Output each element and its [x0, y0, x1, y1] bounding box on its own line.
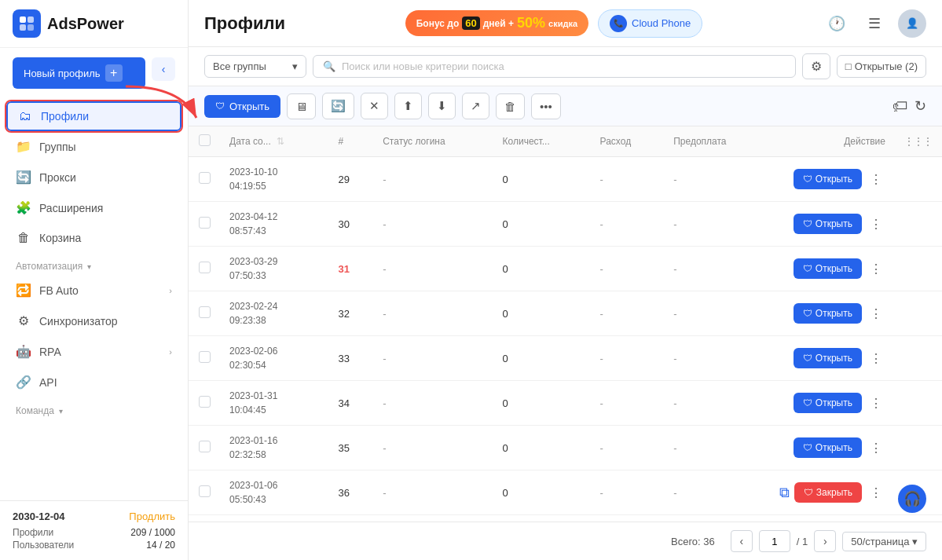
total-label: Всего: 36 [671, 536, 715, 547]
row-prepay: - [664, 247, 770, 291]
page-input[interactable] [759, 530, 790, 552]
row-quantity: 0 [493, 336, 591, 381]
search-box[interactable]: 🔍 Поиск или новые критерии поиска [313, 55, 796, 78]
logo-text: AdsPower [47, 15, 124, 33]
col-settings[interactable]: ⋮⋮⋮ [895, 126, 942, 157]
automation-section: Автоматизация ▾ [0, 253, 188, 275]
row-more-button[interactable]: ⋮ [867, 258, 885, 280]
sidebar-item-profiles[interactable]: 🗂 Профили [6, 101, 181, 131]
open-row-button[interactable]: 🛡 Открыть [794, 258, 862, 279]
row-login-status: - [373, 426, 493, 470]
row-checkbox[interactable] [199, 396, 211, 408]
rpa-label: RPA [39, 346, 61, 358]
group-select-label: Все группы [213, 60, 266, 72]
sidebar-item-fb-auto[interactable]: 🔁 FB Auto › [0, 275, 188, 306]
page-size-chevron: ▾ [912, 536, 918, 547]
sidebar-item-rpa[interactable]: 🤖 RPA › [0, 336, 188, 367]
open-primary-button[interactable]: 🛡 Открыть [204, 95, 280, 118]
upload-button[interactable]: ⬆ [394, 93, 422, 119]
row-checkbox[interactable] [199, 217, 211, 229]
row-more-button[interactable]: ⋮ [867, 482, 885, 503]
close-action-button[interactable]: ✕ [361, 93, 388, 119]
row-more-button[interactable]: ⋮ [867, 214, 885, 235]
page-size-button[interactable]: 50/страница ▾ [842, 532, 926, 551]
page-separator: / 1 [797, 536, 808, 547]
open-row-button[interactable]: 🛡 Открыть [794, 303, 862, 324]
select-all-checkbox[interactable] [199, 134, 211, 146]
proxy-label: Прокси [39, 171, 76, 184]
row-login-status: - [373, 381, 493, 426]
cloud-phone-button[interactable]: 📞 Cloud Phone [598, 9, 702, 38]
page-title: Профили [204, 13, 285, 34]
prev-page-button[interactable]: ‹ [731, 530, 753, 552]
sync-label: Синхронизатор [39, 315, 118, 328]
row-quantity: 0 [493, 247, 591, 291]
row-checkbox-cell [189, 247, 220, 291]
col-action: Действие [770, 126, 895, 157]
list-button[interactable]: ☰ [860, 9, 889, 38]
refresh-action-button[interactable]: 🔄 [322, 93, 354, 119]
open-row-button[interactable]: 🛡 Открыть [794, 348, 862, 368]
filter-button[interactable]: ⚙ [802, 53, 830, 79]
open-row-button[interactable]: 🛡 Открыть [794, 214, 862, 234]
promo-text-post: скидка [548, 19, 577, 28]
row-num-cell: 30 [329, 202, 374, 247]
profiles-stat-row: Профили 209 / 1000 [13, 527, 175, 538]
row-more-button[interactable]: ⋮ [867, 393, 885, 414]
users-stat-value: 14 / 20 [146, 540, 175, 551]
row-checkbox[interactable] [199, 351, 211, 363]
row-action-cell: 🛡 Открыть ⋮ [770, 291, 895, 336]
cloud-phone-icon: 📞 [610, 15, 627, 32]
screenshot-button[interactable]: 🖥 [287, 93, 316, 119]
sidebar-item-groups[interactable]: 📁 Группы [0, 131, 188, 162]
row-checkbox[interactable] [199, 306, 211, 318]
support-button[interactable]: 🎧 [898, 485, 926, 513]
row-checkbox[interactable] [199, 172, 211, 184]
next-page-button[interactable]: › [814, 530, 836, 552]
sidebar-item-sync[interactable]: ⚙ Синхронизатор [0, 306, 188, 336]
pagination: Всего: 36 ‹ / 1 › 50/страница ▾ [189, 522, 942, 560]
open-row-button[interactable]: 🛡 Открыть [794, 169, 862, 189]
new-profile-button[interactable]: Новый профиль + [13, 57, 145, 89]
col-date[interactable]: Дата со... ⇅ [220, 126, 329, 157]
row-more-button[interactable]: ⋮ [867, 348, 885, 369]
clock-button[interactable]: 🕐 [823, 9, 851, 38]
sidebar-footer: 2030-12-04 Продлить Профили 209 / 1000 П… [0, 500, 188, 560]
table-row: 2023-01-3110:04:45 34 - 0 - - 🛡 Открыть … [189, 381, 942, 426]
share-button[interactable]: ↗ [462, 93, 489, 119]
tag-button[interactable]: 🏷 [893, 97, 908, 115]
table-row: 2023-02-0602:30:54 33 - 0 - - 🛡 Открыть … [189, 336, 942, 381]
row-action-cell: 🛡 Открыть ⋮ [770, 426, 895, 470]
import-button[interactable]: ⬇ [428, 93, 456, 119]
team-chevron: ▾ [59, 407, 63, 415]
close-row-button[interactable]: 🛡 Закрыть [794, 482, 862, 503]
row-checkbox[interactable] [199, 485, 211, 497]
sidebar-item-api[interactable]: 🔗 API [0, 367, 188, 397]
sidebar-item-proxy[interactable]: 🔄 Прокси [0, 162, 188, 192]
open-row-button[interactable]: 🛡 Открыть [794, 393, 862, 413]
row-action-cell: 🛡 Открыть ⋮ [770, 336, 895, 381]
row-date-cell: 2023-02-0602:30:54 [220, 336, 329, 381]
row-more-button[interactable]: ⋮ [867, 437, 885, 459]
row-prepay: - [664, 470, 770, 515]
collapse-button[interactable]: ‹ [152, 57, 175, 81]
promo-banner[interactable]: Бонус до 60 дней + 50% скидка [405, 10, 588, 36]
sidebar-item-trash[interactable]: 🗑 Корзина [0, 223, 188, 253]
row-checkbox[interactable] [199, 262, 211, 273]
table-refresh-button[interactable]: ↻ [915, 97, 926, 115]
row-window-icon[interactable]: ⧉ [779, 485, 790, 501]
shield-icon: 🛡 [215, 101, 225, 112]
table-row: 2023-02-2409:23:38 32 - 0 - - 🛡 Открыть … [189, 291, 942, 336]
group-select[interactable]: Все группы ▾ [204, 55, 306, 78]
sidebar-item-extensions[interactable]: 🧩 Расширения [0, 192, 188, 223]
avatar[interactable]: 👤 [898, 9, 926, 38]
extend-link[interactable]: Продлить [129, 511, 175, 522]
open-badge[interactable]: □ Открытые (2) [837, 55, 926, 78]
open-row-button[interactable]: 🛡 Открыть [794, 437, 862, 458]
row-settings-cell [895, 247, 942, 291]
more-action-button[interactable]: ••• [531, 93, 561, 119]
row-more-button[interactable]: ⋮ [867, 169, 885, 190]
row-checkbox[interactable] [199, 441, 211, 452]
row-more-button[interactable]: ⋮ [867, 303, 885, 324]
delete-button[interactable]: 🗑 [496, 93, 525, 119]
